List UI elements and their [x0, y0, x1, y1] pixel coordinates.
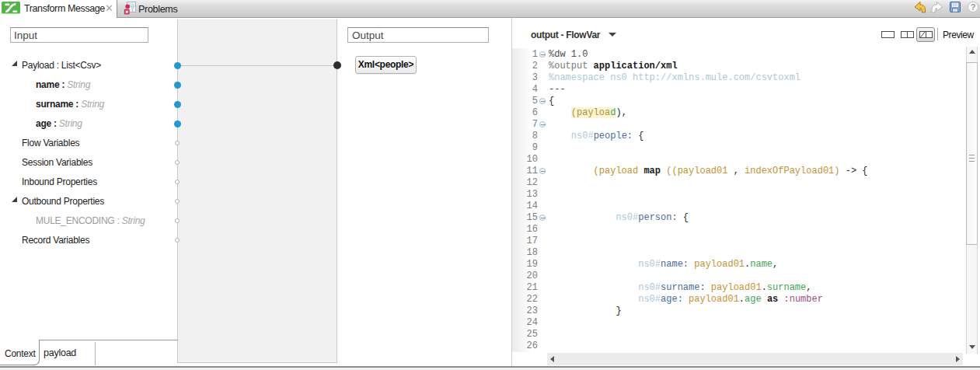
- svg-text:?: ?: [971, 2, 976, 12]
